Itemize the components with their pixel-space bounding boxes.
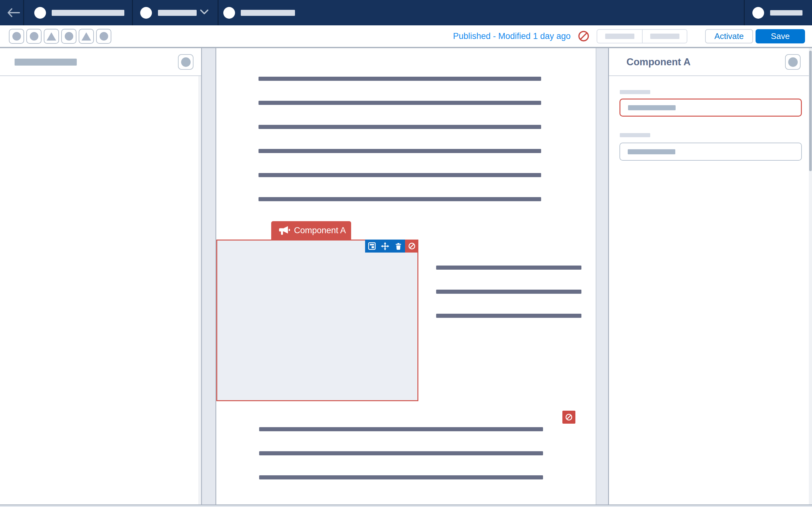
skeleton-line [258,149,541,153]
avatar-placeholder [34,7,46,19]
nav-text-placeholder [241,10,295,16]
properties-panel: Component A [609,48,812,504]
skeleton-line [258,197,541,201]
page-canvas: Component A [216,48,596,504]
left-panel-header [0,48,201,76]
skeleton-line [259,475,543,480]
circle-icon [181,57,191,67]
nav-divider [132,0,133,25]
ban-icon [565,413,573,421]
builder-toolbar: Published - Modified 1 day ago Activate … [0,25,812,48]
delete-icon [395,242,402,250]
left-panel-scrollbar[interactable] [198,76,201,504]
left-sidebar-panel [0,48,202,504]
triangle-icon [82,32,91,41]
circle-placeholder-button[interactable] [26,29,42,44]
canvas-error-button[interactable] [562,411,575,424]
property-input-error[interactable] [619,99,802,117]
selected-component-label: Component A [271,221,351,239]
toolbar-icon-group [9,29,111,44]
ban-icon [577,30,590,42]
avatar-placeholder [223,7,235,19]
nav-text-placeholder [52,10,124,16]
nav-divider [23,0,24,25]
ban-icon [408,242,416,250]
skeleton-line [258,173,541,177]
skeleton-line [258,125,541,129]
user-name-placeholder [770,10,803,15]
panel-title-placeholder [14,59,77,66]
arrow-left-icon [7,8,20,18]
canvas-text-skeleton-bottom [259,427,543,480]
avatar-placeholder [140,7,152,19]
triangle-placeholder-button[interactable] [79,29,94,44]
field-value-placeholder [628,149,675,154]
save-button[interactable]: Save [756,29,805,43]
component-move-button[interactable] [378,239,392,252]
user-avatar [752,7,764,19]
skeleton-line [259,427,543,431]
circle-placeholder-button[interactable] [96,29,111,44]
field-label-placeholder [620,90,650,94]
builder-content: Component A [0,48,812,507]
app-builder-window: Published - Modified 1 day ago Activate … [0,0,812,507]
gutter-right [596,48,609,504]
circle-placeholder-button[interactable] [9,29,24,44]
button-label-placeholder [650,34,679,39]
circle-placeholder-button[interactable] [61,29,77,44]
toolbar-actions: Published - Modified 1 day ago Activate … [453,25,805,47]
component-icon [368,242,376,250]
properties-panel-body [609,76,812,504]
disabled-button-1[interactable] [597,30,642,43]
circle-icon [12,32,21,41]
circle-icon [100,32,108,41]
back-button[interactable] [6,5,21,20]
left-panel-collapse-button[interactable] [178,54,194,70]
circle-icon [65,32,73,41]
right-panel-scrollbar[interactable] [809,48,812,504]
activate-button[interactable]: Activate [705,29,753,43]
content-bottom-border [0,504,812,505]
skeleton-line [258,101,541,105]
triangle-icon [47,32,56,41]
component-properties-button[interactable] [365,239,378,252]
circle-icon [30,32,38,41]
properties-panel-collapse-button[interactable] [785,54,801,70]
canvas-text-skeleton-side [436,266,581,318]
component-label-text: Component A [294,226,346,235]
property-input[interactable] [619,143,802,161]
component-error-button[interactable] [405,239,418,252]
scrollbar-thumb[interactable] [809,51,812,171]
announcement-icon [277,224,290,237]
selected-component[interactable] [216,239,418,401]
disabled-button-group [597,29,687,43]
publish-status-text: Published - Modified 1 day ago [453,32,571,41]
field-label-placeholder [620,133,650,137]
skeleton-line [436,314,581,318]
triangle-placeholder-button[interactable] [44,29,59,44]
move-icon [381,242,389,250]
component-action-toolbar [365,239,418,252]
skeleton-line [436,266,581,270]
disabled-button-2[interactable] [642,30,687,43]
nav-divider [744,0,745,25]
skeleton-line [436,290,581,294]
field-value-placeholder [628,105,676,110]
skeleton-line [258,77,541,81]
skeleton-line [259,451,543,455]
component-delete-button[interactable] [392,239,405,252]
properties-panel-title: Component A [626,56,691,68]
nav-divider [217,0,218,25]
circle-icon [788,57,798,67]
gutter-left [203,48,216,504]
top-nav-bar [0,0,812,25]
nav-text-placeholder [158,10,197,16]
properties-panel-header: Component A [609,48,812,76]
chevron-down-icon [200,9,209,15]
button-label-placeholder [605,34,635,39]
canvas-text-skeleton-top [258,77,541,201]
